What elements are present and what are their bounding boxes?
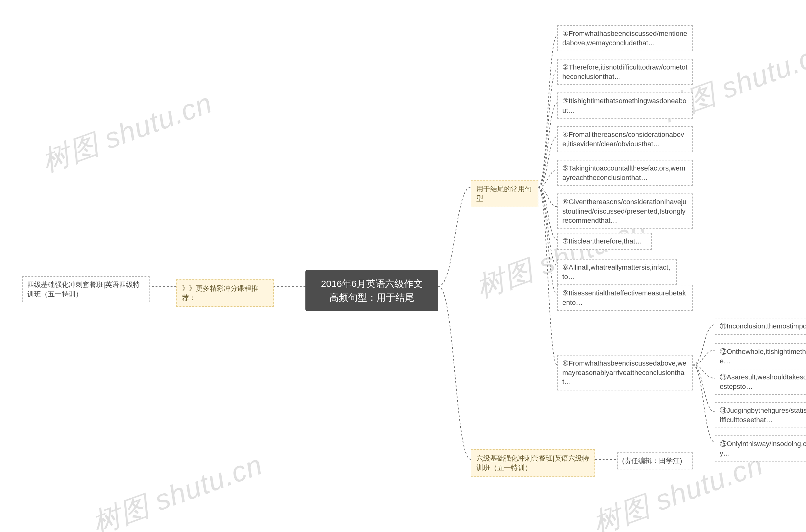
root-node[interactable]: 2016年6月英语六级作文 高频句型：用于结尾 <box>306 270 438 311</box>
sentence-sub-14[interactable]: ⑭Judgingbythefigures/statistics,itisnotd… <box>715 402 806 428</box>
sentence-text: ②Therefore,itisnotdifficulttodraw/cometo… <box>562 63 687 80</box>
branch2-leaf-node[interactable]: (责任编辑：田学江) <box>617 452 693 469</box>
sentence-text: ⑮Onlyinthisway/insodoing,canbereally… <box>720 440 806 457</box>
root-title-line1: 2016年6月英语六级作文 <box>321 279 422 289</box>
branch1-node[interactable]: 用于结尾的常用句型 <box>471 180 538 207</box>
sentence-text: ⑥Giventhereasons/considerationIhavejusto… <box>562 198 686 224</box>
root-title-line2: 高频句型：用于结尾 <box>329 292 414 303</box>
sentence-sub-12[interactable]: ⑫Onthewhole,itishightimethateveryone… <box>715 343 806 369</box>
sentence-text: ③Itishightimethatsomethingwasdoneabout… <box>562 97 686 114</box>
mindmap-canvas: 树图 shutu.cn 树图 shutu.cn 树图 shutu.cn 树图 s… <box>0 0 806 532</box>
sentence-text: ⑪Inconclusion,themostimportantis… <box>720 322 806 330</box>
sentence-item-3[interactable]: ③Itishightimethatsomethingwasdoneabout… <box>557 93 693 119</box>
left-leaf-text: 四级基础强化冲刺套餐班|英语四级特训班（五一特训） <box>27 281 140 298</box>
sentence-item-8[interactable]: ⑧Allinall,whatreallymattersis,infact,to… <box>557 259 677 285</box>
sentence-text: ⑨Itisessentialthateffectivemeasurebetake… <box>562 289 686 306</box>
sentence-text: ⑩Fromwhathasbeendiscussedabove,wemayreas… <box>562 359 686 386</box>
sentence-item-10[interactable]: ⑩Fromwhathasbeendiscussedabove,wemayreas… <box>557 355 693 391</box>
left-branch-node[interactable]: 》》更多精彩冲分课程推荐： <box>176 279 274 307</box>
branch1-label: 用于结尾的常用句型 <box>476 185 532 202</box>
branch2-leaf-text: (责任编辑：田学江) <box>622 457 682 465</box>
watermark: 树图 shutu.cn <box>87 446 268 532</box>
sentence-text: ⑤Takingintoaccountallthesefactors,wemayr… <box>562 164 685 182</box>
sentence-sub-15[interactable]: ⑮Onlyinthisway/insodoing,canbereally… <box>715 435 806 461</box>
sentence-text: ⑭Judgingbythefigures/statistics,itisnotd… <box>720 406 806 424</box>
sentence-text: ⑫Onthewhole,itishightimethateveryone… <box>720 348 806 365</box>
sentence-text: ④Fromallthereasons/considerationabove,it… <box>562 131 684 148</box>
watermark: 树图 shutu.cn <box>37 84 218 181</box>
sentence-text: ①Fromwhathasbeendiscussed/mentionedabove… <box>562 30 687 47</box>
sentence-item-2[interactable]: ②Therefore,itisnotdifficulttodraw/cometo… <box>557 59 693 85</box>
left-leaf-node[interactable]: 四级基础强化冲刺套餐班|英语四级特训班（五一特训） <box>22 276 149 302</box>
branch2-label: 六级基础强化冲刺套餐班|英语六级特训班（五一特训） <box>476 454 589 472</box>
sentence-item-1[interactable]: ①Fromwhathasbeendiscussed/mentionedabove… <box>557 25 693 51</box>
sentence-text: ⑬Asaresult,weshouldtakesomeeffectivestep… <box>720 373 806 391</box>
sentence-sub-11[interactable]: ⑪Inconclusion,themostimportantis… <box>715 318 806 335</box>
sentence-text: ⑧Allinall,whatreallymattersis,infact,to… <box>562 263 670 281</box>
sentence-item-7[interactable]: ⑦Itisclear,therefore,that… <box>557 233 652 250</box>
branch2-node[interactable]: 六级基础强化冲刺套餐班|英语六级特训班（五一特训） <box>471 449 595 477</box>
sentence-text: ⑦Itisclear,therefore,that… <box>562 237 642 245</box>
sentence-item-5[interactable]: ⑤Takingintoaccountallthesefactors,wemayr… <box>557 160 693 186</box>
left-branch-label: 》》更多精彩冲分课程推荐： <box>182 284 258 302</box>
sentence-item-6[interactable]: ⑥Giventhereasons/considerationIhavejusto… <box>557 193 693 229</box>
sentence-item-9[interactable]: ⑨Itisessentialthateffectivemeasurebetake… <box>557 285 693 311</box>
sentence-sub-13[interactable]: ⑬Asaresult,weshouldtakesomeeffectivestep… <box>715 369 806 395</box>
sentence-item-4[interactable]: ④Fromallthereasons/considerationabove,it… <box>557 126 693 152</box>
